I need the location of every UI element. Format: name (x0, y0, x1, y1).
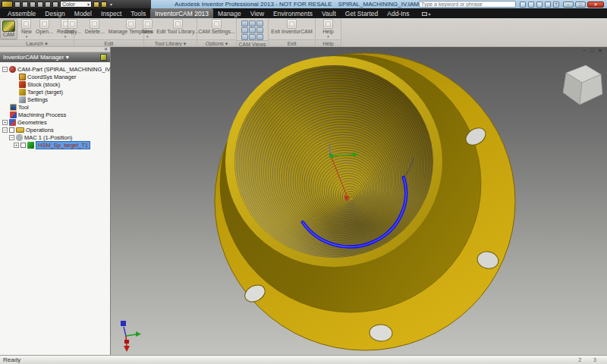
doc-minimize-icon[interactable]: − (583, 48, 586, 54)
tab-add-ins[interactable]: Add-Ins (382, 8, 414, 18)
delete-button[interactable]: Delete... (83, 19, 106, 35)
tab-assemble[interactable]: Assemble (3, 8, 40, 18)
cam-view-icon[interactable] (249, 27, 256, 33)
tree-expander[interactable]: − (9, 135, 14, 140)
tree-item-label: CAM-Part (SPIRAL_MACHINING_IV) (17, 66, 112, 73)
3d-model-canvas[interactable] (111, 47, 606, 355)
view-cube[interactable] (563, 65, 602, 105)
qat-overflow-icon[interactable]: ▾ (110, 2, 112, 7)
cam-view-icon[interactable] (241, 20, 248, 27)
tree-expander[interactable]: − (2, 67, 8, 72)
document-title: SPIRAL_MACHINING_IV.IAM (338, 1, 419, 8)
tab-tools[interactable]: Tools (126, 8, 150, 18)
tree-item-cam-part[interactable]: − CAM-Part (SPIRAL_MACHINING_IV) (0, 65, 110, 73)
ribbon: CAM New ▾ Open... Recent ▾ Launch ▾ (0, 18, 607, 47)
chevron-down-icon: ▾ (87, 2, 90, 7)
tab-environments[interactable]: Environments (269, 8, 317, 18)
sketch-color-icon[interactable] (93, 2, 99, 8)
close-button[interactable]: ✕ (587, 2, 604, 8)
graphics-viewport[interactable]: − □ ✕ (111, 47, 607, 355)
ribbon-group-label-tool-library[interactable]: Tool Library ▾ (144, 39, 197, 46)
cam-icon (2, 20, 15, 32)
favorites-icon[interactable] (545, 2, 551, 8)
tab-vault[interactable]: Vault (317, 8, 341, 18)
tree-expander[interactable]: + (2, 120, 8, 125)
save-icon[interactable] (30, 2, 36, 8)
tree-item-stock[interactable]: Stock (stock) (0, 80, 110, 88)
doc-restore-icon[interactable]: □ (590, 48, 593, 54)
cam-view-icon[interactable] (241, 34, 248, 40)
cam-view-icon[interactable] (249, 20, 256, 27)
tool-icon (10, 104, 17, 111)
tree-item-label: Target (target) (27, 89, 63, 96)
tree-item-coordsys[interactable]: CoordSys Manager (0, 73, 110, 80)
help-button[interactable]: Help ▾ (321, 19, 335, 38)
tree-item-operations[interactable]: − Operations (0, 126, 110, 133)
open-button[interactable]: Open... (34, 19, 55, 35)
tree-item-machining-process[interactable]: Machining Process (0, 111, 110, 118)
tab-get-started[interactable]: Get Started (341, 8, 382, 18)
panel-close-icon[interactable]: ✕ (104, 47, 108, 52)
origin-triad (121, 321, 141, 352)
panel-title: InventorCAM Manager ▾ (3, 54, 69, 61)
panel-strip: ✕ (0, 47, 110, 52)
cam-view-icon[interactable] (256, 20, 263, 27)
tree-item-settings[interactable]: Settings (0, 96, 110, 103)
ribbon-empty-area (341, 18, 607, 46)
tree-expander[interactable]: − (2, 127, 8, 133)
tab-inspect[interactable]: Inspect (96, 8, 126, 18)
color-combo[interactable]: Color ▾ (60, 1, 92, 8)
tree-item-mac1[interactable]: − MAC 1 (1-Position) (0, 133, 110, 141)
search-icon[interactable] (520, 2, 526, 8)
tab-design[interactable]: Design (40, 8, 69, 18)
cam-view-icon[interactable] (249, 34, 256, 40)
tree-item-label: Operations (26, 127, 54, 133)
machining-process-icon (10, 111, 17, 118)
open-file-icon[interactable] (22, 2, 28, 8)
status-counter: 2 (578, 357, 581, 362)
exit-inventorcam-button[interactable]: Exit InventorCAM (269, 19, 313, 35)
redo-icon[interactable] (45, 2, 51, 8)
cam-view-icon[interactable] (256, 27, 263, 33)
help-icon[interactable]: ? (553, 2, 559, 8)
edit-tool-library-button[interactable]: Edit Tool Library... (155, 19, 200, 35)
ribbon-group-label-launch[interactable]: Launch ▾ (0, 39, 74, 46)
tree-item-geometries[interactable]: + Geometries (0, 118, 110, 126)
application-window: Color ▾ ▾ Autodesk Inventor Professional… (0, 0, 607, 364)
doc-close-icon[interactable]: ✕ (598, 48, 602, 54)
signin-icon[interactable] (528, 2, 534, 8)
ribbon-group-options: CAM Settings... Options ▾ (197, 18, 237, 46)
tab-view[interactable]: View (246, 8, 269, 18)
new-tool-button[interactable]: New ▾ (140, 19, 154, 38)
inventor-logo-icon[interactable] (2, 1, 13, 8)
minimize-button[interactable]: − (563, 2, 574, 8)
tab-manage[interactable]: Manage (213, 8, 246, 18)
tree-expander[interactable]: + (14, 143, 19, 148)
settings-node-icon (19, 96, 26, 103)
tree-item-target[interactable]: Target (target) (0, 88, 110, 96)
ribbon-minimize-toggle[interactable]: ▾ (422, 11, 431, 18)
operations-checkbox[interactable] (9, 127, 14, 133)
material-icon[interactable] (101, 2, 107, 8)
maximize-button[interactable]: □ (575, 2, 586, 8)
cam-settings-button[interactable]: CAM Settings... (197, 19, 237, 35)
chevron-down-icon: ▾ (26, 35, 28, 38)
apps-icon[interactable] (536, 2, 543, 8)
cam-button[interactable]: CAM (0, 19, 17, 39)
new-file-icon[interactable] (14, 2, 20, 8)
tree-item-tool[interactable]: Tool (0, 103, 110, 111)
tab-model[interactable]: Model (70, 8, 96, 18)
operation-checkbox[interactable] (20, 143, 26, 148)
undo-icon[interactable] (37, 2, 43, 8)
search-input[interactable] (420, 2, 515, 7)
ribbon-group-label-help: Help (316, 39, 341, 46)
panel-header-icon[interactable] (100, 54, 107, 61)
tree-item-operation-selected[interactable]: + HSM_Sp_target_T1 (0, 141, 110, 149)
cam-view-icon[interactable] (241, 27, 248, 33)
ribbon-group-label-options[interactable]: Options ▾ (197, 39, 236, 46)
print-icon[interactable] (52, 2, 58, 8)
new-cam-part-button[interactable]: New ▾ (20, 19, 33, 38)
cam-view-icon[interactable] (256, 34, 263, 40)
panel-header[interactable]: InventorCAM Manager ▾ (0, 52, 110, 62)
tab-inventorcam[interactable]: InventorCAM 2013 (150, 8, 213, 18)
